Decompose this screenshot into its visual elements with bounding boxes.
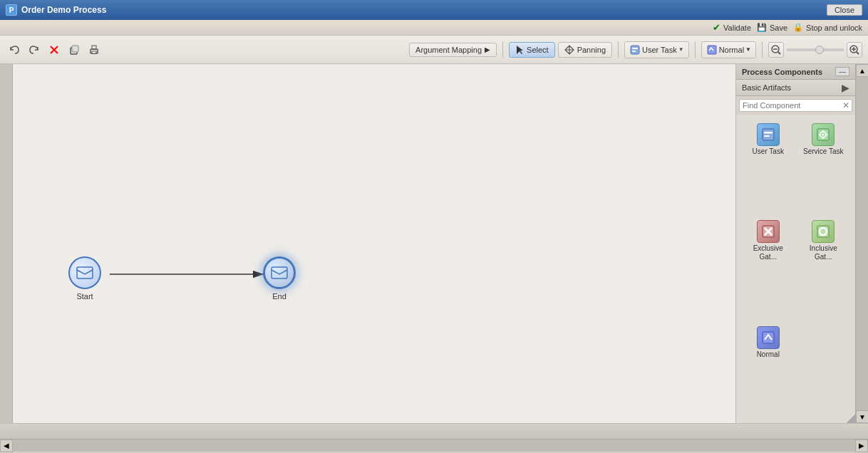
panel-subheader: Basic Artifacts ▶ (736, 80, 855, 96)
svg-rect-25 (764, 135, 770, 137)
component-icon-service-task (812, 123, 835, 146)
search-clear-icon[interactable]: ✕ (842, 100, 849, 110)
zoom-slider[interactable] (787, 48, 844, 51)
panel-resize-handle[interactable] (847, 415, 855, 423)
stop-unlock-button[interactable]: 🔒 Stop and unlock (793, 23, 862, 32)
bottom-scrollbar: ◀ ▶ (0, 439, 868, 452)
svg-line-18 (857, 52, 859, 54)
process-components-panel: Process Components — Basic Artifacts ▶ ✕… (735, 64, 855, 423)
validate-button[interactable]: ✔ Validate (713, 22, 751, 33)
svg-marker-7 (517, 46, 523, 54)
scroll-down-button[interactable]: ▼ (856, 410, 868, 423)
svg-rect-11 (708, 46, 716, 54)
scroll-right-button[interactable]: ▶ (855, 439, 868, 452)
user-task-dropdown-arrow: ▼ (678, 46, 684, 53)
panel-minimize-button[interactable]: — (835, 67, 849, 76)
arg-mapping-arrow-icon: ▶ (485, 46, 490, 53)
normal-dropdown[interactable]: Normal ▼ (701, 41, 756, 58)
panel-expand-button[interactable]: ▶ (842, 82, 849, 93)
title-bar: P Order Demo Process Close (0, 0, 868, 20)
panel-header: Process Components — (736, 64, 855, 80)
zoom-out-button[interactable] (768, 42, 784, 58)
component-item-inclusive-gat[interactable]: Inclusive Gat... (797, 217, 850, 320)
components-grid: User TaskService TaskExclusive Gat...Inc… (736, 115, 855, 423)
save-icon: 💾 (757, 23, 767, 32)
status-bar (0, 423, 868, 439)
scroll-up-button[interactable]: ▲ (856, 64, 868, 77)
component-icon-exclusive-gat (757, 220, 780, 243)
svg-rect-10 (632, 51, 636, 52)
main-area: Start End Process Components — Basic Art… (0, 64, 868, 423)
svg-rect-8 (631, 46, 639, 54)
component-item-user-task[interactable]: User Task (742, 120, 795, 214)
delete-button[interactable] (46, 41, 63, 58)
component-icon-normal (757, 326, 780, 349)
svg-rect-9 (632, 48, 638, 49)
component-label-user-task: User Task (753, 147, 784, 156)
scroll-left-button[interactable]: ◀ (0, 439, 13, 452)
redo-button[interactable] (26, 41, 43, 58)
save-button[interactable]: 💾 Save (757, 23, 787, 32)
panel-search-area: ✕ (736, 96, 855, 115)
start-node-label: Start (76, 292, 93, 301)
svg-line-14 (778, 52, 780, 54)
component-label-inclusive-gat: Inclusive Gat... (800, 244, 847, 261)
canvas-area[interactable]: Start End (13, 64, 735, 423)
right-scrollbar: ▲ ▼ (855, 64, 868, 423)
end-node-label: End (272, 292, 286, 301)
action-bar: ✔ Validate 💾 Save 🔒 Stop and unlock (0, 20, 868, 36)
component-item-service-task[interactable]: Service Task (797, 120, 850, 214)
svg-point-28 (822, 134, 825, 136)
svg-rect-23 (763, 129, 774, 140)
select-tool-button[interactable]: Select (509, 42, 555, 58)
component-icon-user-task (757, 123, 780, 146)
zoom-controls (768, 42, 862, 58)
toolbar-group-main: Argument Mapping ▶ Select Panning User T… (409, 41, 862, 58)
panel-subheader-label: Basic Artifacts (742, 83, 791, 92)
copy-button[interactable] (66, 41, 83, 58)
arg-mapping-button[interactable]: Argument Mapping ▶ (409, 43, 497, 57)
component-label-normal: Normal (757, 350, 780, 359)
svg-rect-6 (92, 51, 96, 53)
component-label-service-task: Service Task (803, 147, 844, 156)
component-item-exclusive-gat[interactable]: Exclusive Gat... (742, 217, 795, 320)
end-node[interactable]: End (263, 256, 296, 301)
undo-button[interactable] (6, 41, 23, 58)
h-scroll-track[interactable] (13, 439, 855, 452)
end-node-circle (263, 256, 296, 289)
window-title: Order Demo Process (21, 5, 827, 15)
left-ruler (0, 64, 13, 423)
toolbar-left (6, 41, 103, 58)
find-component-input[interactable] (739, 99, 852, 112)
scroll-track[interactable] (856, 77, 868, 410)
lock-icon: 🔒 (793, 23, 803, 32)
panning-tool-button[interactable]: Panning (558, 42, 612, 58)
canvas-svg (13, 64, 735, 423)
panel-title: Process Components (742, 68, 822, 76)
start-node-circle (68, 256, 101, 289)
user-task-dropdown[interactable]: User Task ▼ (624, 41, 689, 58)
component-icon-inclusive-gat (812, 220, 835, 243)
start-node[interactable]: Start (68, 256, 101, 301)
toolbar: Argument Mapping ▶ Select Panning User T… (0, 36, 868, 64)
print-button[interactable] (86, 41, 103, 58)
svg-rect-3 (72, 46, 78, 52)
component-item-normal[interactable]: Normal (742, 323, 795, 417)
panel-search-wrapper: ✕ (739, 99, 852, 112)
zoom-in-button[interactable] (847, 42, 862, 58)
component-label-exclusive-gat: Exclusive Gat... (745, 244, 792, 261)
app-icon: P (6, 4, 17, 16)
validate-icon: ✔ (713, 22, 720, 33)
svg-rect-24 (764, 132, 773, 134)
svg-rect-21 (77, 267, 93, 278)
normal-dropdown-arrow: ▼ (745, 46, 751, 53)
close-button[interactable]: Close (827, 4, 862, 16)
svg-rect-22 (272, 267, 287, 278)
